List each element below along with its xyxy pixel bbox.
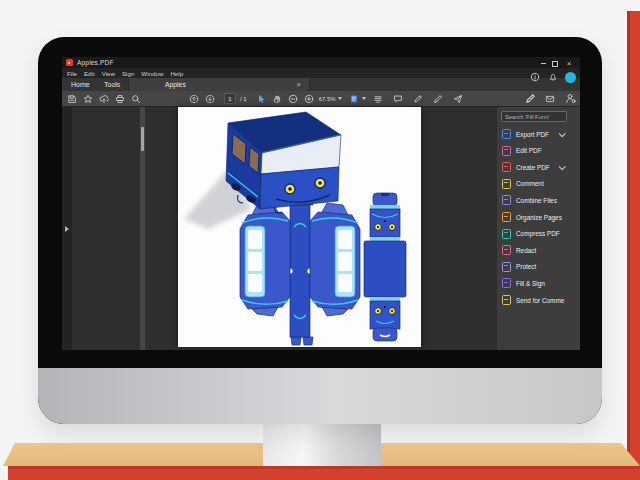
combine-files-icon: [502, 195, 511, 205]
menu-window[interactable]: Window: [141, 70, 163, 77]
menu-edit[interactable]: Edit: [84, 70, 95, 77]
menu-sign[interactable]: Sign: [122, 70, 134, 77]
monitor-stand: [263, 424, 381, 466]
comment-icon[interactable]: [392, 93, 404, 105]
panel-item-export-pdf[interactable]: Export PDF: [502, 127, 572, 141]
document-area: Export PDF Edit PDF Create PDF Co: [62, 107, 580, 350]
monitor: Apples.PDF × File Edit View Sign Window …: [38, 37, 602, 424]
menu-bar: File Edit View Sign Window Help: [62, 68, 580, 78]
hand-tool-icon[interactable]: [271, 93, 283, 105]
panel-item-comment[interactable]: Comment: [502, 177, 572, 191]
menu-file[interactable]: File: [67, 70, 77, 77]
panel-item-organize-pages[interactable]: Organize Pages: [502, 210, 572, 224]
zoom-out-icon[interactable]: [287, 93, 299, 105]
previous-page-icon[interactable]: [188, 93, 200, 105]
menu-help[interactable]: Help: [170, 70, 183, 77]
scene: Apples.PDF × File Edit View Sign Window …: [0, 0, 640, 480]
panel-search-input[interactable]: [501, 111, 567, 122]
info-icon[interactable]: [529, 71, 541, 83]
pdf-page[interactable]: [178, 107, 421, 347]
page-view-dropdown-icon[interactable]: [362, 97, 366, 100]
document-tab-close-icon[interactable]: ×: [297, 80, 301, 89]
fill-sign-icon: [502, 278, 511, 288]
zoom-dropdown-icon[interactable]: [338, 97, 342, 100]
person-gear-icon[interactable]: [564, 93, 576, 105]
panel-item-fill-sign[interactable]: Fill & Sign: [502, 276, 572, 290]
panel-item-send-for-comments[interactable]: Send for Comme: [502, 293, 572, 307]
chevron-down-icon[interactable]: [559, 130, 566, 137]
compress-pdf-icon: [502, 229, 511, 239]
organize-pages-icon: [502, 212, 511, 222]
tab-bar: Home Tools Apples ×: [62, 78, 580, 91]
print-icon[interactable]: [114, 93, 126, 105]
pencil-icon[interactable]: [412, 93, 424, 105]
star-icon[interactable]: [82, 93, 94, 105]
redact-icon: [502, 245, 511, 255]
avatar[interactable]: [565, 72, 576, 83]
save-icon[interactable]: [66, 93, 78, 105]
menu-view[interactable]: View: [102, 70, 115, 77]
document-tab-label: Apples: [165, 81, 186, 88]
next-page-icon[interactable]: [204, 93, 216, 105]
zoom-level-value[interactable]: 67.5%: [319, 96, 336, 102]
left-nav-rail: [62, 107, 72, 350]
panel-item-combine-files[interactable]: Combine Files: [502, 193, 572, 207]
tab-home[interactable]: Home: [71, 78, 90, 91]
send-icon[interactable]: [452, 93, 464, 105]
sign-icon[interactable]: [432, 93, 444, 105]
panel-item-compress-pdf[interactable]: Compress PDF: [502, 227, 572, 241]
cloud-upload-icon[interactable]: [98, 93, 110, 105]
chevron-down-icon[interactable]: [559, 163, 566, 170]
toolbar: 1 / 1 67.5%: [62, 91, 580, 107]
monitor-chin: [38, 368, 602, 424]
export-pdf-icon: [502, 129, 511, 139]
send-for-comments-icon: [502, 295, 511, 305]
fill-sign-pen-icon[interactable]: [524, 93, 536, 105]
page-view-icon[interactable]: [348, 93, 360, 105]
protect-icon: [502, 262, 511, 272]
envelope-icon[interactable]: [544, 93, 556, 105]
panel-item-protect[interactable]: Protect: [502, 260, 572, 274]
window-title: Apples.PDF: [77, 59, 114, 66]
edit-pdf-icon: [502, 146, 511, 156]
red-accent-bar-bottom: [8, 466, 640, 480]
panel-item-redact[interactable]: Redact: [502, 243, 572, 257]
minimize-button[interactable]: [538, 60, 548, 67]
page-number-input[interactable]: 1: [224, 93, 236, 104]
red-accent-bar-right: [627, 11, 640, 467]
maximize-button[interactable]: [550, 60, 560, 67]
acrobat-window: Apples.PDF × File Edit View Sign Window …: [62, 57, 580, 350]
panel-item-create-pdf[interactable]: Create PDF: [502, 160, 572, 174]
expand-panel-arrow-icon[interactable]: [65, 226, 69, 232]
acrobat-logo-icon: [66, 59, 73, 66]
papercraft-template: [240, 193, 406, 345]
page-total-label: / 1: [240, 96, 247, 102]
bell-icon[interactable]: [547, 71, 559, 83]
title-bar: Apples.PDF ×: [62, 57, 580, 68]
account-cluster: [529, 71, 576, 83]
scroll-mode-icon[interactable]: [372, 93, 384, 105]
panel-scrollbar-thumb[interactable]: [141, 127, 144, 151]
zoom-in-icon[interactable]: [303, 93, 315, 105]
comment-tool-icon: [502, 179, 511, 189]
panel-item-edit-pdf[interactable]: Edit PDF: [502, 144, 572, 158]
tools-panel: Export PDF Edit PDF Create PDF Co: [497, 107, 580, 350]
create-pdf-icon: [502, 162, 511, 172]
tab-tools[interactable]: Tools: [104, 78, 120, 91]
document-tab[interactable]: Apples ×: [128, 78, 310, 91]
pdf-page-artwork: [178, 107, 421, 347]
select-cursor-icon[interactable]: [255, 93, 267, 105]
search-icon[interactable]: [130, 93, 142, 105]
close-button[interactable]: ×: [564, 60, 574, 67]
